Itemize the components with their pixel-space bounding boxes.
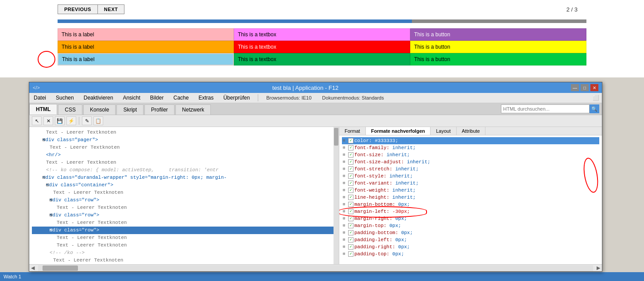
progress-bar [58, 19, 586, 23]
css-prop-color: ⊞ ✓ color: #333333; [342, 137, 599, 144]
css-tab-format[interactable]: Format [339, 127, 366, 135]
tree-line-7[interactable]: ⊟<div class="durandal-wrapper" style="ma… [32, 174, 336, 181]
nav-counter: 2 / 3 [566, 6, 586, 13]
css-prop-padding-left: ⊞ ✓ padding-left: 0px; [342, 236, 599, 243]
grid-cell-r1c3: This is a button [410, 28, 586, 41]
tab-profiler[interactable]: Profiler [144, 104, 175, 115]
toolbar-edit[interactable]: ✎ [82, 116, 92, 125]
checkbox-margin-right[interactable]: ✓ [348, 216, 353, 221]
tab-css[interactable]: CSS [58, 104, 82, 115]
checkbox-color[interactable]: ✓ [348, 138, 353, 143]
html-search-button[interactable]: 🔍 [590, 104, 599, 113]
expand-icon-font-stretch[interactable]: ⊞ [343, 166, 347, 173]
checkbox-font-size-adjust[interactable]: ✓ [348, 159, 353, 165]
toolbar-cursor[interactable]: ↖ [32, 116, 42, 125]
checkbox-font-weight[interactable]: ✓ [348, 188, 353, 193]
devtools-title: test bla | Application - F12 [40, 85, 571, 91]
css-margin-top-prop: margin-top: 0px; [354, 222, 401, 229]
expand-icon-font-size[interactable]: ⊞ [343, 151, 347, 158]
checkbox-padding-left[interactable]: ✓ [348, 237, 353, 243]
next-button[interactable]: NEXT [97, 4, 124, 14]
scroll-left-arrow[interactable]: ◀ [29, 265, 36, 271]
toolbar-refresh[interactable]: ⚡ [66, 116, 76, 125]
tree-line-14-selected[interactable]: ⊟<div class="row"> [32, 227, 336, 234]
css-tab-layout[interactable]: Layout [431, 127, 456, 135]
expand-icon-font-family[interactable]: ⊞ [343, 144, 347, 151]
menu-ansicht[interactable]: Ansicht [121, 94, 142, 102]
minimize-button[interactable]: — [571, 84, 579, 91]
expand-icon-font-size-adjust[interactable]: ⊞ [343, 158, 347, 166]
devtools-tabs: HTML CSS Konsole Skript Profiler Netzwer… [29, 103, 602, 115]
devtools-icon: </> [33, 85, 40, 90]
menu-bilder[interactable]: Bilder [148, 94, 166, 102]
css-padding-top-prop: padding-top: 0px; [354, 250, 404, 258]
menu-deaktivieren[interactable]: Deaktivieren [82, 94, 115, 102]
css-margin-right-prop: margin-right: 0px; [354, 215, 407, 222]
checkbox-margin-bottom[interactable]: ✓ [348, 202, 353, 207]
expand-icon-color[interactable]: ⊞ [343, 137, 347, 144]
checkbox-font-variant[interactable]: ✓ [348, 181, 353, 186]
tab-netzwerk[interactable]: Netzwerk [175, 104, 211, 115]
checkbox-font-stretch[interactable]: ✓ [348, 166, 353, 172]
expand-icon-padding-bottom[interactable]: ⊞ [343, 229, 347, 236]
expand-icon-font-style[interactable]: ⊞ [343, 173, 347, 180]
prev-button[interactable]: PREVIOUS [58, 4, 97, 14]
checkbox-padding-right[interactable]: ✓ [348, 244, 353, 250]
checkbox-font-family[interactable]: ✓ [348, 145, 353, 150]
checkbox-line-height[interactable]: ✓ [348, 195, 353, 200]
menu-uberpruefen[interactable]: Überprüfen [221, 94, 252, 102]
checkbox-font-style[interactable]: ✓ [348, 173, 353, 179]
tree-line-10[interactable]: ⊞<div class="row"> [32, 196, 336, 204]
expand-icon-font-variant[interactable]: ⊞ [343, 180, 347, 187]
menu-suchen[interactable]: Suchen [54, 94, 76, 102]
expand-icon-padding-right[interactable]: ⊞ [343, 243, 347, 250]
close-button[interactable]: ✕ [590, 84, 598, 91]
checkbox-margin-left[interactable]: ✓ [348, 209, 353, 214]
tab-skript[interactable]: Skript [116, 104, 144, 115]
expand-icon-line-height[interactable]: ⊞ [343, 194, 347, 201]
expand-icon-margin-top[interactable]: ⊞ [343, 222, 347, 229]
nav-bar: PREVIOUS NEXT 2 / 3 [58, 4, 586, 14]
css-font-variant-prop: font-variant: inherit; [354, 180, 419, 187]
devtools-main: Text - Leerer Textknoten ⊞<div class="pa… [29, 127, 602, 264]
css-font-weight-prop: font-weight: inherit; [354, 187, 416, 194]
tree-line-12[interactable]: ⊞<div class="row"> [32, 212, 336, 219]
expand-icon-font-weight[interactable]: ⊞ [343, 187, 347, 194]
html-search-input[interactable] [501, 104, 590, 113]
scroll-right-arrow[interactable]: ▶ [595, 265, 602, 271]
tree-line-2[interactable]: ⊞<div class="pager"> [32, 136, 336, 144]
tree-line-8[interactable]: ⊟<div class="container"> [32, 181, 336, 189]
grid-cell-r2c3: This is a button [410, 41, 586, 53]
watch-bar: Watch 1 [0, 272, 644, 281]
bottom-scroll-thumb [43, 266, 78, 271]
maximize-button[interactable]: □ [581, 84, 589, 91]
css-tab-formate-nachverfolgen[interactable]: Formate nachverfolgen [366, 127, 431, 135]
checkbox-font-size[interactable]: ✓ [348, 152, 353, 158]
tab-html[interactable]: HTML [29, 104, 57, 115]
css-tab-attribute[interactable]: Attribute [457, 127, 486, 135]
grid-cell-r1c2: This is a textbox [234, 28, 410, 41]
menu-extras[interactable]: Extras [197, 94, 215, 102]
expand-icon-margin-right[interactable]: ⊞ [343, 215, 347, 222]
expand-icon-padding-top[interactable]: ⊞ [343, 250, 347, 258]
html-scrollbar[interactable] [334, 127, 339, 264]
css-prop-margin-left: ⊞ ✓ margin-left: -30px; [342, 208, 599, 215]
checkbox-padding-bottom[interactable]: ✓ [348, 230, 353, 235]
window-restore: ⬜ [593, 95, 599, 101]
toolbar-view[interactable]: 📋 [93, 116, 103, 125]
expand-icon-margin-bottom[interactable]: ⊞ [343, 201, 347, 208]
grid-rows: This is a label This is a textbox This i… [58, 28, 586, 65]
css-prop-margin-bottom: ⊞ ✓ margin-bottom: 0px; [342, 201, 599, 208]
checkbox-margin-top[interactable]: ✓ [348, 223, 353, 228]
browser-content: PREVIOUS NEXT 2 / 3 This is a label This… [0, 0, 644, 77]
checkbox-padding-top[interactable]: ✓ [348, 251, 353, 257]
css-prop-padding-bottom: ⊞ ✓ padding-bottom: 0px; [342, 229, 599, 236]
menu-datei[interactable]: Datei [32, 94, 48, 102]
toolbar-delete[interactable]: ✕ [43, 116, 53, 125]
menu-cache[interactable]: Cache [171, 94, 190, 102]
tab-konsole[interactable]: Konsole [83, 104, 116, 115]
expand-icon-padding-left[interactable]: ⊞ [343, 236, 347, 243]
expand-icon-margin-left[interactable]: ⊞ [343, 208, 347, 215]
bottom-scrollbar[interactable] [38, 265, 593, 271]
toolbar-save[interactable]: 💾 [55, 116, 65, 125]
